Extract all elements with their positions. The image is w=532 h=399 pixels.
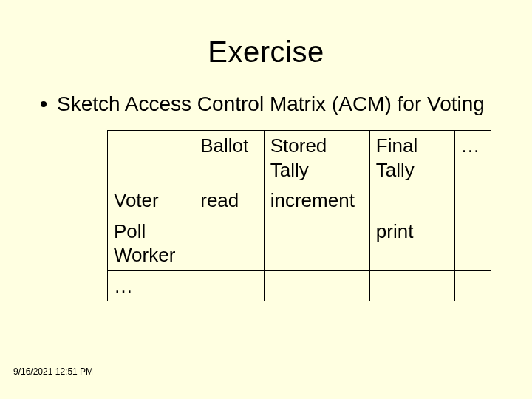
slide-title: Exercise [0,0,532,69]
cell [454,185,491,216]
cell [264,216,369,270]
table-header-row: Ballot Stored Tally Final Tally … [108,131,491,185]
table-row: Voter read increment [108,185,491,216]
header-cell-rowlabel [108,131,194,185]
row-label: Poll Worker [108,216,194,270]
cell: read [194,185,264,216]
bullet-item: Sketch Access Control Matrix (ACM) for V… [41,91,491,117]
cell [454,216,491,270]
cell [264,270,369,301]
bullet-text: Sketch Access Control Matrix (ACM) for V… [57,91,491,117]
slide-body: Sketch Access Control Matrix (ACM) for V… [0,69,532,301]
cell [369,185,454,216]
cell [194,216,264,270]
header-cell-stored-tally: Stored Tally [264,131,369,185]
cell: increment [264,185,369,216]
header-cell-final-tally: Final Tally [369,131,454,185]
cell [194,270,264,301]
row-label: Voter [108,185,194,216]
cell [369,270,454,301]
table-row: Poll Worker print [108,216,491,270]
header-cell-ellipsis: … [454,131,491,185]
acm-table: Ballot Stored Tally Final Tally … Voter … [107,130,491,301]
header-cell-ballot: Ballot [194,131,264,185]
cell [454,270,491,301]
slide: Exercise Sketch Access Control Matrix (A… [0,0,532,399]
bullet-dot [41,101,47,107]
table-row: … [108,270,491,301]
acm-table-wrap: Ballot Stored Tally Final Tally … Voter … [107,130,491,301]
cell: print [369,216,454,270]
row-label: … [108,270,194,301]
footer-timestamp: 9/16/2021 12:51 PM [13,366,93,377]
